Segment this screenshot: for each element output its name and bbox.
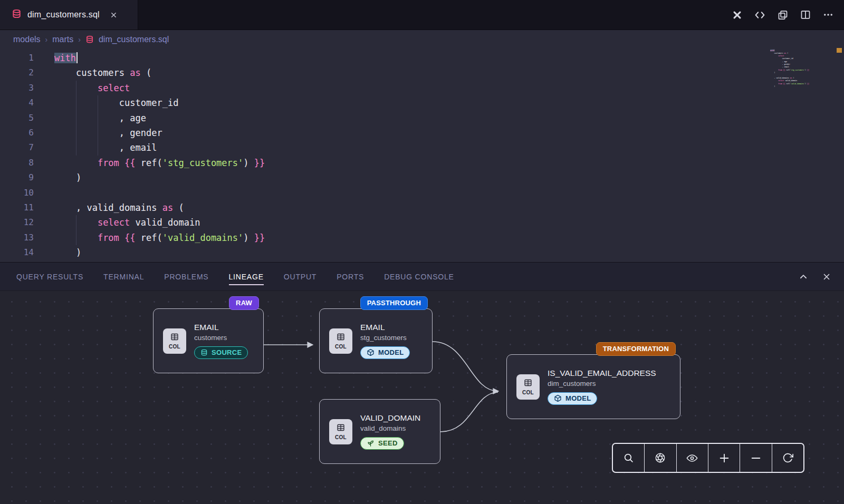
code-line-13[interactable]: from {{ ref('valid_domains') }} [54,230,265,245]
table-grid-icon [337,423,345,434]
minimap-content: with customers as ( select customer_id ,… [770,49,782,91]
close-tab-icon[interactable] [110,11,118,19]
code-line-5[interactable]: , age [54,111,265,125]
code-token: from [98,158,119,168]
line-number: 3 [0,81,34,95]
code-line-11[interactable]: , valid_domains as ( [54,200,265,215]
zoom-out-icon[interactable] [740,444,772,472]
code-token [119,158,124,168]
code-line-7[interactable]: , email [54,140,265,155]
code-token: , gender [770,63,790,65]
code-token: as [130,67,140,78]
line-number: 13 [0,230,34,245]
panel-tabs: QUERY RESULTSTERMINALPROBLEMSLINEAGEOUTP… [16,268,454,285]
line-number: 8 [0,156,34,170]
code-token: }} [254,232,265,243]
code-line-9[interactable]: ) [54,170,265,185]
code-token: ) [54,172,81,183]
close-panel-icon[interactable] [822,272,831,282]
code-line-12[interactable]: select valid_domain [54,215,265,230]
chip-label: COL [522,390,534,395]
code-line-8[interactable]: from {{ ref('stg_customers') }} [54,156,265,170]
code-line-2[interactable]: customers as ( [54,65,265,80]
panel-tab-lineage[interactable]: LINEAGE [229,268,264,285]
aperture-icon[interactable] [645,444,676,472]
code-token: , gender [54,128,162,138]
copy-icon[interactable] [778,9,788,20]
table-grid-icon [170,333,179,343]
line-number: 2 [0,65,34,80]
editor-tab-dim-customers[interactable]: dim_customers.sql [0,0,138,30]
breadcrumb-item-file[interactable]: dim_customers.sql [99,35,169,44]
eye-icon[interactable] [677,444,708,472]
code-icon[interactable] [754,9,765,21]
panel-tab-terminal[interactable]: TERMINAL [103,268,144,285]
code-token: ( [173,202,184,213]
column-chip: COL [516,374,540,400]
code-editor[interactable]: 123456789101112131415 with customers as … [0,48,844,262]
code-line-4[interactable]: customer_id [54,95,265,110]
split-editor-icon[interactable] [800,9,811,20]
breadcrumb-item-marts[interactable]: marts [52,35,73,44]
collapse-panel-icon[interactable] [799,272,808,282]
code-line-3[interactable]: select [54,81,265,95]
code-token: ) [243,158,254,168]
minimap[interactable]: with customers as ( select customer_id ,… [770,49,835,95]
code-line-6[interactable]: , gender [54,125,265,140]
line-number: 1 [0,51,34,65]
refresh-icon[interactable] [772,444,803,472]
editor-actions [732,0,844,30]
code-line-15[interactable] [770,88,782,91]
lineage-canvas[interactable]: RAWCOLEMAILcustomersSOURCEPASSTHROUGHCOL… [0,291,844,504]
panel-tab-debug-console[interactable]: DEBUG CONSOLE [384,268,454,285]
lineage-node-dim_customers[interactable]: TRANSFORMATIONCOLIS_VALID_EMAIL_ADDRESSd… [506,354,680,419]
table-name: customers [194,334,248,342]
database-icon [200,349,208,356]
lineage-node-stg_customers[interactable]: PASSTHROUGHCOLEMAILstg_customersMODEL [319,308,433,373]
more-actions-icon[interactable] [823,9,833,20]
code-token: with [770,50,774,52]
panel-tab-ports[interactable]: PORTS [337,268,364,285]
code-token: as [162,202,173,213]
panel-tab-query-results[interactable]: QUERY RESULTS [16,268,83,285]
code-token: with [54,53,76,63]
code-token [770,55,778,57]
code-token: from [778,69,782,71]
panel-tab-problems[interactable]: PROBLEMS [164,268,208,285]
code-token: ) [54,247,81,258]
lineage-node-customers[interactable]: RAWCOLEMAILcustomersSOURCE [153,308,264,373]
breadcrumb-item-models[interactable]: models [13,35,41,44]
code-token: ) [770,72,775,74]
editor-gutter: 123456789101112131415 [0,51,34,262]
search-icon[interactable] [613,444,645,472]
column-chip: COL [329,419,352,444]
breadcrumb: models › marts › dim_customers.sql [0,31,844,48]
panel-tab-output[interactable]: OUTPUT [284,268,316,285]
code-line-1[interactable]: with [54,51,265,65]
column-name: EMAIL [360,323,410,332]
code-token [54,83,98,93]
dbt-logo-icon[interactable] [732,10,742,20]
code-token: , age [54,113,146,123]
code-token: select [778,80,784,82]
table-grid-icon [337,333,345,343]
code-token: ref( [785,69,790,71]
lineage-node-valid_domains[interactable]: COLVALID_DOMAINvalid_domainsSEED [319,399,440,464]
table-name: stg_customers [360,334,410,342]
code-token: ( [141,67,151,78]
resource-badge-seed: SEED [360,437,404,450]
code-line-14[interactable]: ) [54,245,265,260]
code-token: 'stg_customers' [790,69,805,71]
code-token: ) [243,232,254,243]
code-line-10[interactable] [54,186,265,200]
seedling-icon [367,439,375,447]
database-icon [85,35,94,44]
code-token [770,80,778,82]
code-token: }} [254,158,265,168]
zoom-in-icon[interactable] [708,444,740,472]
resource-badge-source: SOURCE [194,346,248,359]
code-token: customer_id [770,57,793,60]
panel-actions [799,272,844,282]
code-token: ( [786,52,788,54]
cube-icon [367,348,375,356]
